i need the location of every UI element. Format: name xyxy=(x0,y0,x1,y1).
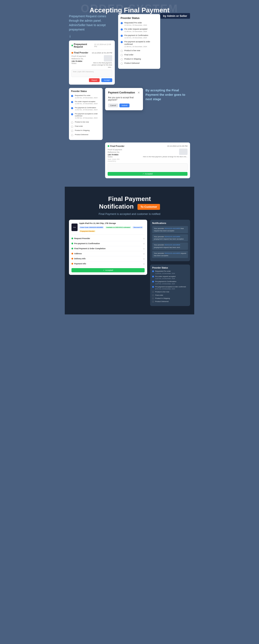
report-button[interactable]: Report xyxy=(89,78,100,82)
status-item-text: Product is live now xyxy=(124,50,140,52)
notification-item: Your preorder 20241215-10210935 prepayme… xyxy=(152,242,188,250)
accordion-dot-icon xyxy=(71,243,73,244)
green-dot-icon xyxy=(71,44,73,46)
status-item-sub: 11:54 hrs, 15 December, 2024 xyxy=(124,24,147,26)
notif-link[interactable]: 20241215-10210955 xyxy=(165,228,180,230)
accordion-dot-icon xyxy=(71,258,73,260)
status-item-sm: Requested Pre order11:34 hrs, 16 Decembe… xyxy=(152,270,188,274)
status-item-sm-text: Product Delivered xyxy=(155,300,169,303)
chevron-up-icon: ∧ xyxy=(143,252,145,255)
blue-dot-sm-icon xyxy=(152,286,154,288)
available-tag: Available on 2025-05-01 estimated xyxy=(105,226,131,228)
status-sub-text: 11:07 hrs, 16 December, 2024 xyxy=(155,278,176,280)
prepayment-time: 12.12.2024 at 12:05 PM xyxy=(94,43,112,48)
status-item-sm-text: Final order xyxy=(155,294,163,296)
note-textarea[interactable]: Note: (Upto 200 characters) xyxy=(71,70,112,77)
blue-dot-sm-icon xyxy=(152,276,154,278)
status-item-sm: Final order xyxy=(152,294,188,296)
status-item: Pre-payment & Confirmation11:52 hrs, 15 … xyxy=(71,107,100,111)
status-item-sm-text: Pre-payment accepted & order confirmedat… xyxy=(155,286,186,290)
accordion-section-row[interactable]: Payment Info∧ xyxy=(71,262,145,266)
status-item-sub: 11:56 hrs, 15 December, 2024 xyxy=(124,30,147,32)
note-char-limit: Note: (Upto 200 characters) xyxy=(108,158,124,162)
empty-dot-icon xyxy=(121,54,123,56)
submit-button[interactable]: Submit xyxy=(119,104,129,107)
notif-link[interactable]: 20241215-10210950 xyxy=(165,236,180,238)
modal-title: Payment Confirmation xyxy=(108,91,135,94)
modal-body: Are you sure to accept final payment? xyxy=(108,96,140,101)
status-items-2-list: Requested Pre order11:34 hrs, 16 Decembe… xyxy=(152,270,188,303)
status-item-text: Pre-payment accepted & order confirmed11… xyxy=(124,40,158,48)
customer-badge: To Customer xyxy=(137,204,160,210)
accept-button[interactable]: Accept xyxy=(101,78,112,82)
status-item-sub: 11:56 hrs, 15 December, 2024 xyxy=(75,103,98,105)
accordion-section-row[interactable]: Final Payment & Order Completion∧ xyxy=(71,246,145,251)
accordion-section-row[interactable]: Pre-payment & Confirmation∨ xyxy=(71,241,145,246)
order-card: iPad Apple iPad Pro 13, M4 Chip, 1TB Sto… xyxy=(69,220,147,275)
status-panel-title: Preorder Status xyxy=(121,17,158,20)
section2-final-payment-notification: Final Payment Notification To Customer F… xyxy=(65,187,194,314)
accordion-section-row[interactable]: Delivery Info∧ xyxy=(71,256,145,262)
section1-accepting-final-payment: ORDER SYSTEM Accepting Final Payment by … xyxy=(65,0,194,187)
accordion-section-row[interactable]: Address∧ xyxy=(71,251,145,256)
status-item: Pre order request accepted11:56 hrs, 15 … xyxy=(121,28,158,32)
notifications-title: Notifications xyxy=(152,222,188,224)
empty-dot-icon xyxy=(71,122,73,124)
note-area-2 xyxy=(108,163,188,171)
status-item: Pre-payment accepted & order confirmed11… xyxy=(121,40,158,48)
status-item-sm: Pre-payment & Confirmation11:37 hrs, 16 … xyxy=(152,280,188,284)
cancel-button[interactable]: Cancel xyxy=(108,104,118,107)
blue-dot-sm-icon xyxy=(152,281,154,282)
status-item-text: Pre-payment & Confirmation11:52 hrs, 15 … xyxy=(124,34,148,39)
status-item: Pre-payment & Confirmation11:52 hrs, 15 … xyxy=(121,34,158,39)
accordion-label: Pre-payment & Confirmation xyxy=(71,242,100,244)
preorder-status-panel: Preorder Status Requested Pre order11:54… xyxy=(118,14,160,69)
status-item-text: Product In Shipping xyxy=(124,58,141,60)
status-item-text: Product is live now xyxy=(75,121,89,123)
accordion-label: Address xyxy=(71,252,82,255)
accepted-banner: ✓ Accepted xyxy=(108,172,188,176)
empty-dot-sm-icon xyxy=(152,291,154,293)
accordion-section-row[interactable]: Request Preorder∨ xyxy=(71,236,145,241)
notif-link[interactable]: 20241215-10210955 xyxy=(165,252,180,254)
status-item-text: Product Delivered xyxy=(124,62,140,64)
payment-confirmation-modal: Payment Confirmation ✕ Are you sure to a… xyxy=(105,88,143,110)
status-item: Product Delivered xyxy=(71,134,100,136)
status-item: Requested Pre order11:54 hrs, 15 Decembe… xyxy=(121,22,158,26)
status-item: Product is live now xyxy=(121,50,158,52)
status-item-text: Final order xyxy=(75,125,83,127)
accordion-label: Request Preorder xyxy=(71,238,90,240)
accordion-label: Final Payment & Order Completion xyxy=(71,248,106,250)
blue-filled-dot-icon xyxy=(71,95,73,97)
middle-layout: Preorder Status Requested Pre order11:54… xyxy=(69,88,190,140)
accordion-section-label-text: Payment Info xyxy=(74,263,86,265)
status-sub-text: at 9:1 hrs, 16 December, 2024 xyxy=(155,288,186,290)
status-item: Pre order request accepted11:56 hrs, 15 … xyxy=(71,100,100,105)
empty-dot-icon xyxy=(71,134,73,136)
discount-tag: Discount 10 xyxy=(132,226,143,228)
status-panel-small: Preorder Status Requested Pre order11:54… xyxy=(69,88,103,140)
payment-image-placeholder xyxy=(104,55,112,62)
page-title: Accepting Final Payment xyxy=(69,6,190,14)
chevron-down-icon: ∨ xyxy=(143,238,145,240)
notif-link[interactable]: 20241215-10210935 xyxy=(165,244,180,246)
ref-label: Reference No. xyxy=(71,58,88,60)
status-item-sm: Product Delivered xyxy=(152,300,188,303)
preorder-status-title-2: Preorder Status xyxy=(152,267,188,269)
blue-filled-dot-icon xyxy=(121,28,123,30)
notification-item: Your preorder 20241215-10210955 final re… xyxy=(152,226,188,233)
chevron-down-icon: ∨ xyxy=(143,242,145,245)
empty-dot-icon xyxy=(71,126,73,128)
empty-dot-sm-icon xyxy=(152,301,154,302)
status-item-text: Product Delivered xyxy=(75,134,88,136)
modal-close-icon[interactable]: ✕ xyxy=(137,91,140,94)
proof-label: Proof of payment xyxy=(71,55,88,57)
blue-filled-dot-icon xyxy=(71,107,73,109)
accordion-dot-icon xyxy=(71,253,73,254)
accordion-dot-icon xyxy=(71,248,73,250)
section2-subtitle: Final Payment is accepted and customer i… xyxy=(69,212,190,216)
accordion-label: Delivery Info xyxy=(71,258,86,260)
status-items-sm-list: Requested Pre order11:54 hrs, 15 Decembe… xyxy=(71,94,100,136)
status-items-list: Requested Pre order11:54 hrs, 15 Decembe… xyxy=(121,22,158,64)
accordion-dot-icon xyxy=(71,238,73,239)
